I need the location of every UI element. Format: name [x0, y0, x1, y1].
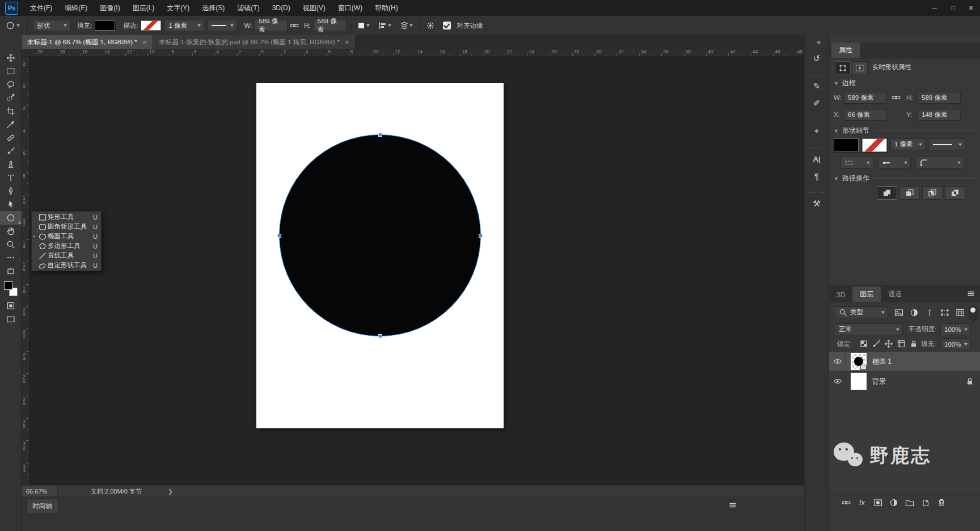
- layer-styles-icon[interactable]: fx: [854, 498, 870, 507]
- prop-stroke-width-select[interactable]: 1 像素: [890, 138, 926, 150]
- filter-shape-layers-icon[interactable]: [939, 306, 951, 319]
- shape-handle-bottom[interactable]: [378, 334, 382, 338]
- collapse-panels-button[interactable]: «: [817, 37, 821, 46]
- delete-layer-icon[interactable]: [933, 498, 949, 507]
- stroke-corners-select[interactable]: [915, 157, 964, 168]
- shape-width-input[interactable]: 589 像素: [255, 20, 288, 31]
- layer-thumbnail[interactable]: [851, 373, 867, 390]
- shape-handle-top[interactable]: [378, 133, 382, 137]
- paragraph-panel-icon[interactable]: ¶: [804, 167, 829, 184]
- maximize-window-button[interactable]: □: [944, 0, 962, 16]
- new-layer-icon[interactable]: [918, 498, 933, 507]
- layer-filter-select[interactable]: 类型: [835, 306, 888, 318]
- flyout-item-tool[interactable]: 圆角矩形工具U: [32, 222, 101, 231]
- filter-smart-objects-icon[interactable]: [954, 306, 966, 319]
- menu-item[interactable]: 文字(Y): [160, 0, 196, 16]
- prop-fill-swatch[interactable]: [834, 138, 859, 152]
- canvas-viewport[interactable]: [29, 57, 804, 485]
- subtract-front-shape-button[interactable]: [899, 186, 920, 200]
- add-layer-mask-icon[interactable]: [870, 498, 886, 507]
- clone-source-panel-icon[interactable]: ⌖: [808, 120, 825, 140]
- brush-tool[interactable]: [0, 145, 22, 158]
- close-window-button[interactable]: ✕: [962, 0, 980, 16]
- flyout-item-tool[interactable]: 直线工具U: [32, 251, 101, 260]
- timeline-menu-icon[interactable]: [728, 501, 737, 510]
- horizontal-ruler[interactable]: 2220181614121086420246810121416182022242…: [29, 49, 804, 57]
- timeline-panel-tab[interactable]: 时间轴: [26, 499, 58, 513]
- minimize-window-button[interactable]: ─: [926, 0, 944, 16]
- layer-row[interactable]: 椭圆 1: [829, 352, 980, 372]
- brushes-panel-icon[interactable]: ✐: [804, 95, 829, 112]
- move-tool[interactable]: [0, 51, 22, 65]
- layers-panel-menu-icon[interactable]: [966, 289, 975, 298]
- clone-stamp-tool[interactable]: [0, 158, 22, 171]
- document-tab[interactable]: 未标题-1-恢复的-恢复的.psd @ 66.7% (椭圆 1 拷贝, RGB/…: [153, 35, 356, 49]
- document-tab[interactable]: 未标题-1 @ 66.7% (椭圆 1, RGB/8#) *✕: [22, 35, 153, 49]
- path-operations-section-header[interactable]: ▼ 路径操作: [834, 174, 975, 183]
- prop-stroke-style-select[interactable]: [929, 138, 965, 150]
- brush-settings-panel-icon[interactable]: ✎: [808, 75, 825, 95]
- flyout-item-active[interactable]: ▪椭圆工具U: [32, 231, 101, 241]
- lasso-tool[interactable]: [0, 78, 22, 91]
- live-shape-mask-button[interactable]: [852, 61, 868, 74]
- align-edges-checkbox[interactable]: [443, 22, 451, 30]
- path-alignment-button[interactable]: [378, 21, 394, 30]
- opacity-select[interactable]: 100%: [940, 323, 971, 335]
- filter-type-layers-icon[interactable]: [923, 306, 936, 319]
- transform-section-header[interactable]: ▼ 边框: [834, 78, 975, 88]
- path-operations-button[interactable]: [357, 21, 373, 30]
- zoom-level-field[interactable]: 66.67%: [22, 486, 58, 497]
- path-arrangement-button[interactable]: [400, 21, 416, 30]
- flyout-item-tool[interactable]: 自定形状工具U: [32, 260, 101, 270]
- layer-filter-toggle[interactable]: [969, 306, 978, 321]
- lock-image-pixels-icon[interactable]: [871, 338, 881, 349]
- tab-channels[interactable]: 通道: [881, 286, 909, 302]
- layer-row[interactable]: 背景: [829, 372, 980, 391]
- new-group-icon[interactable]: [902, 498, 918, 507]
- edit-toolbar[interactable]: [0, 264, 22, 278]
- close-tab-icon[interactable]: ✕: [142, 39, 147, 45]
- tool-presets-panel-icon[interactable]: ⚒: [808, 192, 825, 212]
- tab-properties[interactable]: 属性: [831, 43, 860, 58]
- menu-item[interactable]: 编辑(E): [58, 0, 94, 16]
- menu-item[interactable]: 选择(S): [196, 0, 231, 16]
- geometry-options-gear-icon[interactable]: [426, 21, 435, 30]
- menu-item[interactable]: 图像(I): [94, 0, 126, 16]
- menu-item[interactable]: 窗口(W): [332, 0, 369, 16]
- tab-layers[interactable]: 图层: [852, 286, 881, 302]
- lock-artboard-icon[interactable]: [896, 338, 906, 349]
- stroke-caps-select[interactable]: [878, 157, 911, 168]
- link-layers-icon[interactable]: [838, 498, 854, 507]
- new-adjustment-layer-icon[interactable]: [886, 498, 902, 507]
- zoom-tool[interactable]: [0, 238, 22, 251]
- blend-mode-select[interactable]: 正常: [835, 323, 903, 335]
- screen-mode[interactable]: [0, 313, 22, 326]
- path-selection-tool[interactable]: [0, 198, 22, 212]
- prop-x-input[interactable]: 66 像素: [844, 109, 887, 121]
- prop-stroke-swatch[interactable]: [862, 138, 887, 152]
- shape-height-input[interactable]: 589 像素: [314, 20, 347, 31]
- filter-pixel-layers-icon[interactable]: [893, 306, 905, 319]
- prop-link-dimensions-icon[interactable]: [892, 93, 901, 102]
- ellipse-tool[interactable]: [0, 211, 22, 225]
- lock-transparent-pixels-icon[interactable]: [859, 338, 869, 349]
- history-panel-icon[interactable]: ↺: [804, 50, 829, 67]
- flyout-item-tool[interactable]: 矩形工具U: [32, 212, 101, 222]
- more-tools[interactable]: [0, 251, 22, 265]
- close-tab-icon[interactable]: ✕: [345, 39, 349, 45]
- flyout-item-tool[interactable]: 多边形工具U: [32, 241, 101, 251]
- ruler-origin-corner[interactable]: [22, 49, 29, 57]
- shape-handle-left[interactable]: [277, 234, 281, 238]
- combine-shapes-button[interactable]: [877, 186, 897, 200]
- stroke-style-select[interactable]: [208, 20, 237, 31]
- menu-item[interactable]: 3D(D): [266, 0, 297, 16]
- prop-y-input[interactable]: 148 像素: [918, 109, 961, 121]
- ellipse-shape[interactable]: [279, 134, 481, 336]
- live-shape-transform-button[interactable]: [835, 61, 851, 74]
- intersect-shapes-button[interactable]: [922, 186, 943, 200]
- rectangular-marquee-tool[interactable]: [0, 65, 22, 78]
- layer-fill-select[interactable]: 100%: [940, 338, 971, 350]
- stroke-options-select[interactable]: [840, 157, 873, 168]
- stroke-width-select[interactable]: 1 像素: [164, 20, 204, 31]
- menu-item[interactable]: 视图(V): [297, 0, 332, 16]
